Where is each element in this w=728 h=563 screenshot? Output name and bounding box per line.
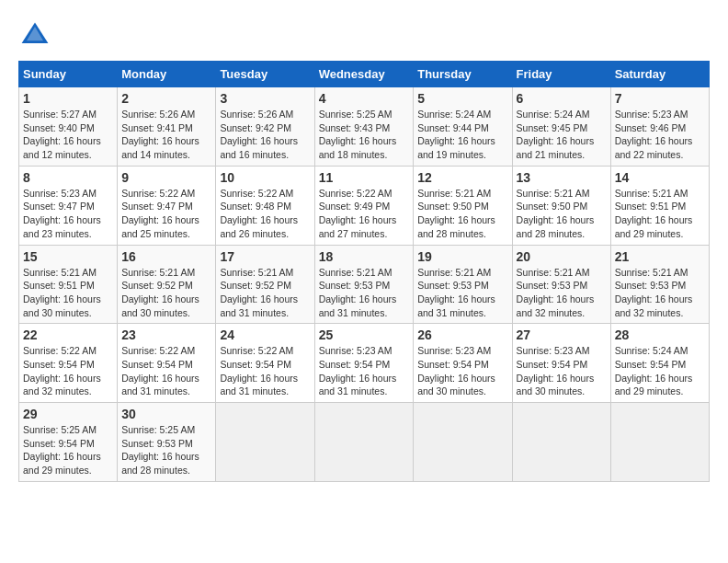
calendar-body: 1 Sunrise: 5:27 AMSunset: 9:40 PMDayligh… [19,87,710,482]
table-row: 21 Sunrise: 5:21 AMSunset: 9:53 PMDaylig… [610,245,709,324]
col-wednesday: Wednesday [314,62,414,87]
col-thursday: Thursday [414,62,512,87]
table-row: 24 Sunrise: 5:22 AMSunset: 9:54 PMDaylig… [216,324,314,403]
table-row: 20 Sunrise: 5:21 AMSunset: 9:53 PMDaylig… [512,245,610,324]
table-row: 1 Sunrise: 5:27 AMSunset: 9:40 PMDayligh… [19,87,118,167]
table-row: 26 Sunrise: 5:23 AMSunset: 9:54 PMDaylig… [414,324,512,403]
table-row: 23 Sunrise: 5:22 AMSunset: 9:54 PMDaylig… [118,324,216,403]
calendar-week-row: 29 Sunrise: 5:25 AMSunset: 9:54 PMDaylig… [19,403,710,482]
table-row: 6 Sunrise: 5:24 AMSunset: 9:45 PMDayligh… [512,87,610,167]
table-row: 29 Sunrise: 5:25 AMSunset: 9:54 PMDaylig… [19,403,118,482]
table-row: 11 Sunrise: 5:22 AMSunset: 9:49 PMDaylig… [314,166,414,245]
calendar-week-row: 22 Sunrise: 5:22 AMSunset: 9:54 PMDaylig… [19,324,710,403]
empty-cell [512,403,610,482]
calendar-table: Sunday Monday Tuesday Wednesday Thursday… [18,61,710,482]
page-header [18,18,710,52]
empty-cell [414,403,512,482]
table-row: 15 Sunrise: 5:21 AMSunset: 9:51 PMDaylig… [19,245,118,324]
col-monday: Monday [118,62,216,87]
calendar-week-row: 8 Sunrise: 5:23 AMSunset: 9:47 PMDayligh… [19,166,710,245]
table-row: 18 Sunrise: 5:21 AMSunset: 9:53 PMDaylig… [314,245,414,324]
empty-cell [216,403,314,482]
table-row: 28 Sunrise: 5:24 AMSunset: 9:54 PMDaylig… [610,324,709,403]
table-row: 8 Sunrise: 5:23 AMSunset: 9:47 PMDayligh… [19,166,118,245]
table-row: 22 Sunrise: 5:22 AMSunset: 9:54 PMDaylig… [19,324,118,403]
table-row: 5 Sunrise: 5:24 AMSunset: 9:44 PMDayligh… [414,87,512,167]
table-row: 2 Sunrise: 5:26 AMSunset: 9:41 PMDayligh… [118,87,216,167]
calendar-header: Sunday Monday Tuesday Wednesday Thursday… [19,62,710,87]
table-row: 25 Sunrise: 5:23 AMSunset: 9:54 PMDaylig… [314,324,414,403]
col-sunday: Sunday [19,62,118,87]
table-row: 14 Sunrise: 5:21 AMSunset: 9:51 PMDaylig… [610,166,709,245]
table-row: 9 Sunrise: 5:22 AMSunset: 9:47 PMDayligh… [118,166,216,245]
col-tuesday: Tuesday [216,62,314,87]
table-row: 12 Sunrise: 5:21 AMSunset: 9:50 PMDaylig… [414,166,512,245]
calendar-week-row: 1 Sunrise: 5:27 AMSunset: 9:40 PMDayligh… [19,87,710,167]
table-row: 7 Sunrise: 5:23 AMSunset: 9:46 PMDayligh… [610,87,709,167]
table-row: 30 Sunrise: 5:25 AMSunset: 9:53 PMDaylig… [118,403,216,482]
empty-cell [314,403,414,482]
col-friday: Friday [512,62,610,87]
col-saturday: Saturday [610,62,709,87]
logo-icon [18,18,51,52]
empty-cell [610,403,709,482]
table-row: 17 Sunrise: 5:21 AMSunset: 9:52 PMDaylig… [216,245,314,324]
table-row: 10 Sunrise: 5:22 AMSunset: 9:48 PMDaylig… [216,166,314,245]
table-row: 13 Sunrise: 5:21 AMSunset: 9:50 PMDaylig… [512,166,610,245]
table-row: 27 Sunrise: 5:23 AMSunset: 9:54 PMDaylig… [512,324,610,403]
table-row: 3 Sunrise: 5:26 AMSunset: 9:42 PMDayligh… [216,87,314,167]
table-row: 4 Sunrise: 5:25 AMSunset: 9:43 PMDayligh… [314,87,414,167]
logo [18,18,57,52]
calendar-week-row: 15 Sunrise: 5:21 AMSunset: 9:51 PMDaylig… [19,245,710,324]
header-row: Sunday Monday Tuesday Wednesday Thursday… [19,62,710,87]
table-row: 16 Sunrise: 5:21 AMSunset: 9:52 PMDaylig… [118,245,216,324]
table-row: 19 Sunrise: 5:21 AMSunset: 9:53 PMDaylig… [414,245,512,324]
